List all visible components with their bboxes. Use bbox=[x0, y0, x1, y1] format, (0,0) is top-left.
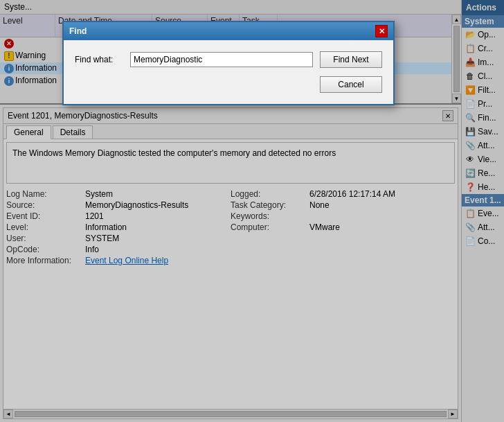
find-what-label: Find what: bbox=[75, 55, 123, 64]
find-what-input[interactable] bbox=[130, 52, 313, 67]
find-dialog-close-button[interactable]: ✕ bbox=[375, 25, 388, 37]
find-dialog-title: Find bbox=[69, 26, 87, 36]
find-next-button[interactable]: Find Next bbox=[320, 51, 382, 68]
cancel-button[interactable]: Cancel bbox=[320, 76, 382, 93]
find-dialog-titlebar: Find ✕ bbox=[64, 22, 393, 40]
find-dialog-body: Find what: Find Next Cancel bbox=[64, 40, 393, 104]
find-what-row: Find what: Find Next bbox=[75, 51, 382, 68]
find-buttons-row: Cancel bbox=[75, 76, 382, 93]
find-dialog-overlay: Find ✕ Find what: Find Next Cancel bbox=[0, 0, 504, 422]
find-dialog: Find ✕ Find what: Find Next Cancel bbox=[62, 21, 395, 105]
